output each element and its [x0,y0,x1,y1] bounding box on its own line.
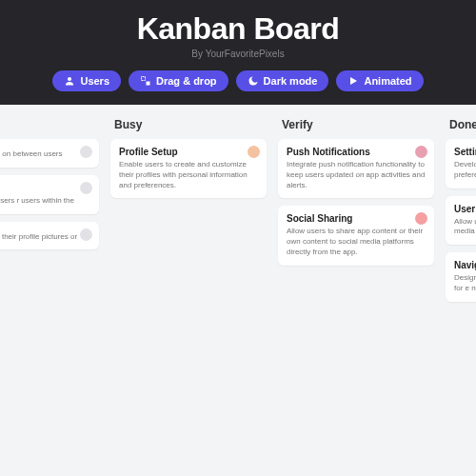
card-list: Push NotificationsIntegrate push notific… [278,139,434,266]
avatar [415,212,427,225]
kanban-card[interactable]: Profile SetupEnable users to create and … [110,139,267,198]
avatar [80,182,92,194]
kanban-card[interactable]: Settings PageDevelop a settings pa adjus… [446,139,476,188]
pill-label: Users [80,75,109,87]
user-icon [64,75,75,87]
avatar [80,228,92,241]
kanban-card[interactable]: Navigation MenuDesign and implemen navig… [446,252,476,302]
svg-rect-1 [142,77,146,81]
svg-point-0 [68,77,71,81]
kanban-card[interactable]: chat feature to on between users [0,139,99,168]
kanban-card[interactable]: Push NotificationsIntegrate push notific… [278,139,434,198]
card-description: chat feature to on between users [0,149,90,160]
pill-label: Drag & drop [156,75,217,87]
kanban-card[interactable]: Social SharingAllow users to share app c… [278,206,434,265]
column: BusyProfile SetupEnable users to create … [110,118,267,476]
card-description: ature to help users r users within the [0,196,90,207]
feature-pills: Users Drag & drop Dark mode Animated [0,70,476,91]
card-description: Allow users to sign u email or social me… [454,217,476,238]
card-list: Settings PageDevelop a settings pa adjus… [446,139,476,302]
page-title: Kanban Board [0,11,476,47]
card-title: Settings Page [454,147,476,157]
card-title: Push Notifications [287,147,426,157]
column: DoneSettings PageDevelop a settings pa a… [446,118,476,476]
pill-dark-mode[interactable]: Dark mode [236,70,329,91]
card-description: Enable users to create and customize the… [119,160,258,190]
svg-rect-2 [147,82,150,86]
column-title: Verify [278,118,434,139]
card-title: y [0,183,90,193]
avatar [80,146,92,158]
card-description: Allow users to share app content or thei… [287,227,426,257]
column-title: Done [446,118,476,139]
card-list: chat feature to on between usersyature t… [0,139,99,249]
column: VerifyPush NotificationsIntegrate push n… [278,118,434,476]
play-icon [347,75,359,87]
card-description: Design and implemen navigation menu for … [454,273,476,294]
card-title: User Registration [454,204,476,214]
card-description: Develop a settings pa adjust app prefere… [454,160,476,181]
avatar [415,146,427,158]
card-title: Social Sharing [287,213,426,224]
kanban-card[interactable]: d images from their profile pictures or [0,222,99,250]
card-title: Profile Setup [119,147,258,157]
column-title: Busy [110,118,267,139]
column: rdchat feature to on between usersyature… [0,118,99,476]
drag-icon [140,75,151,87]
avatar [248,146,260,158]
pill-label: Animated [364,75,411,87]
card-description: d images from their profile pictures or [0,232,90,243]
card-title: Navigation Menu [454,260,476,270]
kanban-board: rdchat feature to on between usersyature… [0,105,476,476]
pill-label: Dark mode [264,75,318,87]
kanban-card[interactable]: yature to help users r users within the [0,175,99,214]
pill-users[interactable]: Users [52,70,121,91]
pill-animated[interactable]: Animated [336,70,423,91]
card-list: Profile SetupEnable users to create and … [110,139,267,198]
column-title: rd [0,118,99,139]
pill-drag-drop[interactable]: Drag & drop [129,70,228,91]
kanban-card[interactable]: User RegistrationAllow users to sign u e… [446,196,476,246]
moon-icon [248,75,259,87]
byline: By YourFavoritePixels [0,49,476,59]
card-description: Integrate push notification functionalit… [287,160,426,190]
header: Kanban Board By YourFavoritePixels Users… [0,0,476,105]
